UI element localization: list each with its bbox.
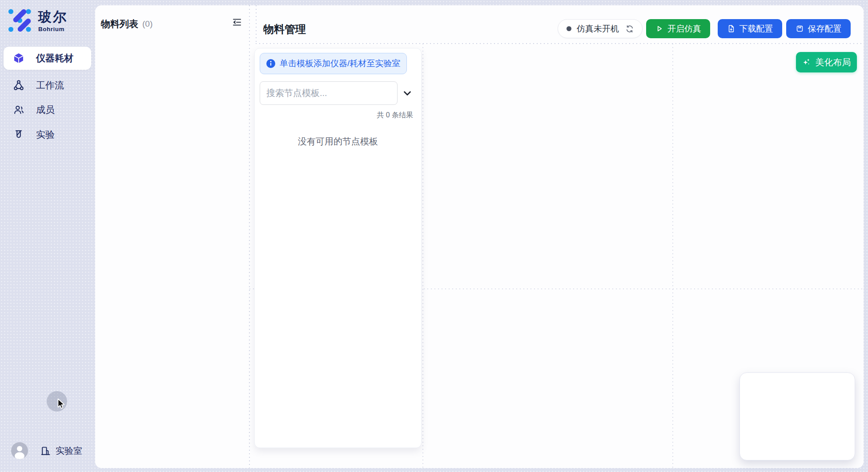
template-empty-text: 没有可用的节点模板 — [255, 136, 421, 148]
brand-name: 玻尔 — [38, 9, 68, 24]
user-avatar[interactable] — [11, 442, 28, 459]
header-bottom-divider — [256, 43, 864, 44]
beautify-layout-button[interactable]: 美化布局 — [796, 52, 857, 72]
canvas-minimap[interactable] — [739, 372, 855, 460]
start-simulation-label: 开启仿真 — [667, 23, 701, 35]
lab-label: 实验室 — [56, 445, 82, 457]
building-icon — [40, 445, 51, 456]
canvas-grid-line-v — [422, 44, 423, 468]
refresh-icon — [625, 24, 634, 33]
brand-subtitle: Bohrium — [38, 26, 68, 32]
sidebar-item-label: 实验 — [36, 128, 55, 141]
simulation-status-pill: 仿真未开机 — [558, 19, 643, 38]
workflow-icon — [13, 80, 24, 91]
start-simulation-button[interactable]: 开启仿真 — [646, 19, 710, 38]
sidebar-item-members[interactable]: 成员 — [4, 98, 91, 121]
info-icon — [266, 59, 275, 68]
chevron-down-icon — [402, 88, 413, 99]
main-window: 物料列表 (0) 物料管理 仿真未开机 — [95, 5, 864, 468]
sidebar-item-label: 工作流 — [36, 79, 64, 92]
brand-logo: 玻尔 Bohrium — [7, 8, 68, 33]
sidebar-nav: 仪器耗材 工作流 成员 — [4, 47, 91, 146]
template-hint-banner: 单击模板添加仪器/耗材至实验室 — [260, 53, 407, 74]
refresh-status-button[interactable] — [625, 24, 634, 33]
sidebar-item-label: 仪器耗材 — [36, 52, 73, 64]
sidebar-footer: 实验室 — [11, 442, 82, 459]
canvas-grid-line-v — [672, 44, 673, 468]
sparkles-icon — [802, 58, 811, 67]
play-icon — [655, 24, 663, 33]
mouse-cursor — [56, 398, 67, 410]
download-config-label: 下载配置 — [739, 23, 773, 35]
material-list-header: 物料列表 (0) — [101, 18, 248, 30]
beautify-layout-label: 美化布局 — [816, 56, 851, 68]
template-hint-text: 单击模板添加仪器/耗材至实验室 — [280, 58, 400, 69]
members-icon — [13, 104, 24, 116]
save-config-button[interactable]: 保存配置 — [786, 19, 851, 38]
template-result-count: 共 0 条结果 — [377, 111, 413, 120]
header-left-divider — [256, 5, 257, 44]
header-actions: 仿真未开机 开启仿真 — [558, 19, 851, 38]
collapse-panel-button[interactable] — [231, 16, 243, 29]
material-list-count: (0) — [142, 19, 153, 29]
app-root: 玻尔 Bohrium 仪器耗材 工作流 — [0, 0, 868, 472]
save-config-label: 保存配置 — [808, 23, 842, 35]
bohrium-logo-icon — [7, 8, 32, 33]
download-config-button[interactable]: 下载配置 — [718, 19, 782, 38]
save-icon — [796, 24, 804, 33]
status-label: 仿真未开机 — [577, 23, 619, 35]
page-title: 物料管理 — [263, 22, 306, 36]
sidebar-item-instruments[interactable]: 仪器耗材 — [4, 47, 91, 70]
menu-fold-icon — [232, 17, 242, 28]
file-download-icon — [727, 24, 735, 33]
lab-switcher[interactable]: 实验室 — [40, 445, 82, 457]
sidebar-item-workflow[interactable]: 工作流 — [4, 74, 91, 97]
test-tube-icon — [13, 129, 24, 140]
cube-icon — [13, 52, 24, 64]
sidebar-item-experiments[interactable]: 实验 — [4, 123, 91, 146]
search-template-input[interactable] — [260, 81, 398, 105]
panel-divider — [249, 5, 250, 468]
status-dot-icon — [567, 26, 571, 31]
avatar-person-icon — [11, 442, 28, 459]
node-template-panel: 单击模板添加仪器/耗材至实验室 共 0 条结果 没有可用的节点模板 — [254, 48, 422, 448]
sidebar-item-label: 成员 — [36, 104, 55, 116]
template-list-toggle[interactable] — [402, 88, 413, 99]
material-list-title: 物料列表 — [101, 18, 138, 30]
